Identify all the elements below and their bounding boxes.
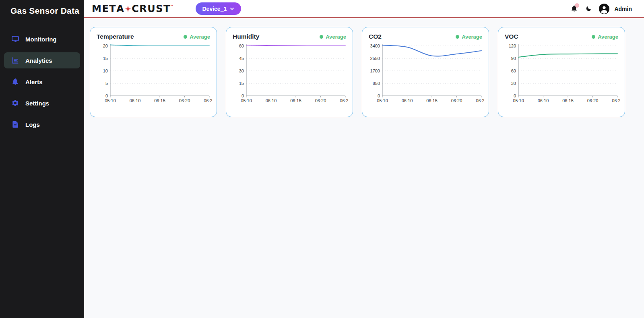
bar-chart-icon — [11, 56, 19, 64]
svg-text:05:10: 05:10 — [105, 98, 116, 103]
user-avatar[interactable] — [599, 4, 609, 14]
svg-text:5: 5 — [105, 81, 108, 86]
card-header: CO2 Average — [369, 33, 482, 40]
legend-average[interactable]: Average — [320, 34, 346, 40]
svg-text:06:25: 06:25 — [340, 98, 348, 103]
sidebar-item-label: Logs — [25, 121, 40, 128]
metacrust-logo: META CRUST ™ — [92, 3, 175, 14]
svg-text:05:10: 05:10 — [377, 98, 388, 103]
card-header: Humidity Average — [233, 33, 346, 40]
sidebar-item-analytics[interactable]: Analytics — [4, 52, 80, 68]
sidebar: Gas Sensor Data Monitoring Analytics Ale… — [0, 0, 84, 318]
svg-text:05:10: 05:10 — [513, 98, 524, 103]
svg-text:0: 0 — [242, 93, 244, 98]
svg-text:0: 0 — [105, 93, 108, 98]
sidebar-item-logs[interactable]: Logs — [4, 116, 80, 132]
svg-text:3400: 3400 — [370, 43, 380, 48]
svg-text:10: 10 — [103, 68, 108, 73]
svg-text:0: 0 — [514, 93, 516, 98]
top-bar: META CRUST ™ Device_1 Admin — [84, 0, 644, 18]
svg-text:45: 45 — [239, 56, 244, 61]
chart-title: Humidity — [233, 33, 259, 40]
svg-text:06:20: 06:20 — [587, 98, 599, 103]
sidebar-item-settings[interactable]: Settings — [4, 95, 80, 111]
logo-text-a: A — [116, 3, 124, 14]
app-title: Gas Sensor Data — [0, 0, 84, 16]
svg-text:06:20: 06:20 — [451, 98, 462, 103]
svg-text:06:15: 06:15 — [154, 98, 165, 103]
svg-text:06:15: 06:15 — [426, 98, 438, 103]
sidebar-item-label: Monitoring — [25, 36, 56, 43]
card-header: Temperature Average — [97, 33, 210, 40]
chart-title: Temperature — [97, 33, 134, 40]
device-selector-label: Device_1 — [202, 6, 227, 12]
svg-text:06:15: 06:15 — [290, 98, 301, 103]
svg-text:30: 30 — [511, 81, 516, 86]
svg-text:1700: 1700 — [370, 68, 380, 73]
svg-text:850: 850 — [373, 81, 380, 86]
sidebar-item-label: Settings — [25, 100, 49, 107]
pulse-star-icon — [124, 5, 132, 13]
chart-card-voc: VOC Average 030609012005:1006:1006:1506:… — [498, 27, 625, 117]
legend-label: Average — [598, 34, 618, 40]
bell-icon — [11, 78, 19, 86]
line-chart: 01530456005:1006:1006:1506:2006:25 — [232, 41, 348, 108]
legend-average[interactable]: Average — [592, 34, 618, 40]
gear-icon — [11, 99, 19, 107]
chart-title: VOC — [505, 33, 518, 40]
sidebar-item-label: Alerts — [25, 78, 43, 85]
device-selector-button[interactable]: Device_1 — [196, 2, 241, 15]
svg-text:06:25: 06:25 — [612, 98, 620, 103]
svg-text:60: 60 — [239, 43, 244, 48]
svg-text:15: 15 — [103, 56, 108, 61]
legend-dot-icon — [592, 35, 595, 39]
svg-text:05:10: 05:10 — [241, 98, 252, 103]
line-chart: 030609012005:1006:1006:1506:2006:25 — [504, 41, 620, 108]
svg-text:06:10: 06:10 — [538, 98, 549, 103]
svg-text:06:20: 06:20 — [315, 98, 326, 103]
svg-text:60: 60 — [511, 68, 516, 73]
chart-title: CO2 — [369, 33, 382, 40]
svg-text:06:10: 06:10 — [402, 98, 413, 103]
sidebar-item-label: Analytics — [25, 57, 52, 64]
legend-label: Average — [190, 34, 210, 40]
dark-mode-toggle-icon[interactable] — [585, 5, 592, 12]
sidebar-item-alerts[interactable]: Alerts — [4, 74, 80, 90]
legend-average[interactable]: Average — [456, 34, 482, 40]
logo-trademark: ™ — [170, 4, 174, 8]
chart-card-temperature: Temperature Average 0510152005:1006:1006… — [90, 27, 217, 117]
legend-dot-icon — [320, 35, 323, 39]
svg-text:06:25: 06:25 — [476, 98, 484, 103]
legend-dot-icon — [456, 35, 459, 39]
legend-label: Average — [326, 34, 346, 40]
svg-text:06:10: 06:10 — [130, 98, 141, 103]
legend-average[interactable]: Average — [184, 34, 210, 40]
sidebar-item-monitoring[interactable]: Monitoring — [4, 31, 80, 47]
chart-card-humidity: Humidity Average 01530456005:1006:1006:1… — [226, 27, 353, 117]
chart-cards-row: Temperature Average 0510152005:1006:1006… — [84, 19, 644, 125]
svg-text:06:15: 06:15 — [562, 98, 574, 103]
chart-card-co2: CO2 Average 085017002550340005:1006:1006… — [362, 27, 489, 117]
svg-text:15: 15 — [239, 81, 244, 86]
line-chart: 085017002550340005:1006:1006:1506:2006:2… — [368, 41, 484, 108]
svg-text:0: 0 — [378, 93, 380, 98]
logo-text-left: MET — [92, 3, 116, 14]
logo-text-right: CRUST — [132, 3, 171, 14]
sidebar-nav: Monitoring Analytics Alerts Settings Log… — [0, 31, 84, 132]
chevron-down-icon — [229, 6, 235, 11]
file-icon — [11, 120, 19, 128]
svg-text:90: 90 — [511, 56, 516, 61]
legend-label: Average — [462, 34, 482, 40]
notifications-bell-icon[interactable] — [570, 5, 578, 13]
line-chart: 0510152005:1006:1006:1506:2006:25 — [96, 41, 212, 108]
svg-text:2550: 2550 — [370, 56, 380, 61]
user-name: Admin — [614, 6, 632, 12]
svg-text:20: 20 — [103, 43, 108, 48]
main-content: Temperature Average 0510152005:1006:1006… — [84, 19, 644, 318]
svg-text:06:10: 06:10 — [266, 98, 277, 103]
svg-text:120: 120 — [509, 43, 516, 48]
monitor-icon — [11, 35, 19, 43]
card-header: VOC Average — [505, 33, 618, 40]
svg-text:30: 30 — [239, 68, 244, 73]
topbar-actions: Admin — [570, 4, 632, 14]
